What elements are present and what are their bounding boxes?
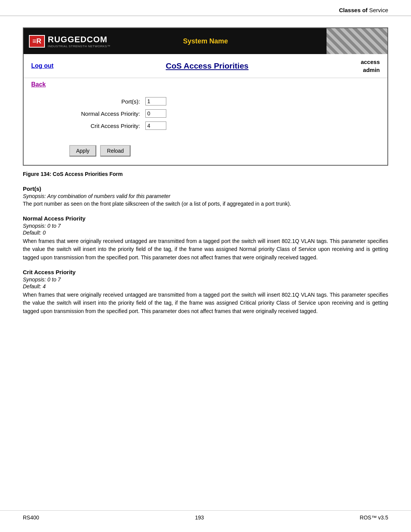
- section-crit-priority-default: Default: 4: [23, 283, 388, 289]
- section-ports-title: Port(s): [23, 185, 388, 192]
- header-title: Classes of Service: [339, 7, 388, 13]
- section-ports: Port(s) Synopsis: Any combination of num…: [23, 185, 388, 208]
- section-ports-body: The port number as seen on the front pla…: [23, 200, 388, 208]
- ports-row: Port(s):: [69, 97, 372, 105]
- apply-button[interactable]: Apply: [69, 145, 96, 157]
- footer-right: ROS™ v3.5: [360, 514, 388, 521]
- section-normal-priority-synopsis: Synopsis: 0 to 7: [23, 223, 388, 229]
- ports-label: Port(s):: [69, 98, 145, 105]
- device-form-area: Port(s): Normal Access Priority: Crit Ac…: [24, 89, 387, 141]
- normal-priority-row: Normal Access Priority:: [69, 109, 372, 118]
- main-content: ≡R RUGGEDCOM INDUSTRIAL STRENGTH NETWORK…: [0, 16, 411, 338]
- system-name: System Name: [183, 37, 228, 45]
- device-banner: ≡R RUGGEDCOM INDUSTRIAL STRENGTH NETWORK…: [24, 28, 387, 54]
- normal-priority-label: Normal Access Priority:: [69, 110, 145, 117]
- page-header: Classes of Service: [0, 0, 411, 16]
- figure-caption: Figure 134: CoS Access Priorities Form: [23, 171, 388, 177]
- device-ui-box: ≡R RUGGEDCOM INDUSTRIAL STRENGTH NETWORK…: [23, 27, 388, 166]
- page-footer: RS400 193 ROS™ v3.5: [0, 510, 411, 521]
- footer-center: 193: [195, 514, 204, 521]
- section-normal-priority-body: When frames that were originally receive…: [23, 237, 388, 262]
- logo-text-block: RUGGEDCOM INDUSTRIAL STRENGTH NETWORKS™: [48, 35, 110, 48]
- section-crit-priority-synopsis: Synopsis: 0 to 7: [23, 276, 388, 283]
- device-nav: Log out CoS Access Priorities access adm…: [24, 54, 387, 78]
- section-crit-priority: Crit Access Priority Synopsis: 0 to 7 De…: [23, 269, 388, 316]
- crit-priority-input[interactable]: [145, 121, 166, 130]
- logo-icon: ≡R: [29, 35, 45, 48]
- section-normal-priority-title: Normal Access Priority: [23, 215, 388, 222]
- section-crit-priority-body: When frames that were originally receive…: [23, 291, 388, 316]
- section-ports-synopsis: Synopsis: Any combination of numbers val…: [23, 193, 388, 199]
- ports-input[interactable]: [145, 97, 166, 105]
- crit-priority-row: Crit Access Priority:: [69, 121, 372, 130]
- device-button-row: Apply Reload: [24, 141, 387, 165]
- reload-button[interactable]: Reload: [100, 145, 131, 157]
- nav-user: access admin: [361, 58, 380, 74]
- logout-link[interactable]: Log out: [31, 62, 54, 69]
- ruggedcom-logo: ≡R RUGGEDCOM INDUSTRIAL STRENGTH NETWORK…: [24, 32, 116, 51]
- logo-r: ≡R: [32, 37, 41, 45]
- device-back-row: Back: [24, 78, 387, 89]
- banner-stripes-inner: [327, 28, 387, 54]
- nav-page-title: CoS Access Priorities: [166, 61, 249, 70]
- section-crit-priority-title: Crit Access Priority: [23, 269, 388, 275]
- footer-left: RS400: [23, 514, 39, 521]
- section-normal-priority-default: Default: 0: [23, 230, 388, 236]
- banner-stripes: [327, 28, 387, 54]
- logo-main-text: RUGGEDCOM: [48, 35, 110, 45]
- crit-priority-label: Crit Access Priority:: [69, 123, 145, 129]
- logo-sub-text: INDUSTRIAL STRENGTH NETWORKS™: [48, 45, 110, 48]
- section-normal-priority: Normal Access Priority Synopsis: 0 to 7 …: [23, 215, 388, 262]
- back-link[interactable]: Back: [31, 81, 46, 88]
- normal-priority-input[interactable]: [145, 109, 166, 118]
